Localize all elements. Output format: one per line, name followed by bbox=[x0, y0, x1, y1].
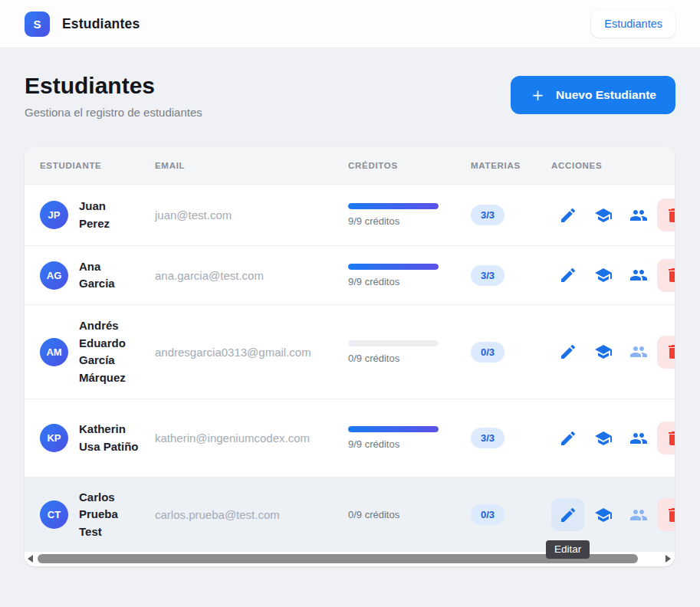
delete-button[interactable] bbox=[657, 336, 675, 369]
avatar: KP bbox=[40, 424, 68, 452]
student-email: katherin@ingeniumcodex.com bbox=[155, 431, 348, 445]
delete-button[interactable] bbox=[657, 422, 675, 454]
group-icon bbox=[629, 506, 648, 524]
edit-icon bbox=[559, 343, 577, 361]
materias-badge: 3/3 bbox=[471, 265, 504, 286]
student-name: Andrés Eduardo García Márquez bbox=[79, 317, 139, 386]
avatar: AM bbox=[40, 338, 68, 366]
actions-cell bbox=[551, 199, 675, 231]
credits-cell: 9/9 créditos bbox=[348, 203, 471, 227]
edit-button[interactable] bbox=[551, 498, 584, 531]
school-icon bbox=[594, 343, 613, 361]
student-email: ana.garcia@test.com bbox=[155, 269, 348, 282]
student-cell: AG Ana Garcia bbox=[25, 258, 155, 293]
table-header-row: Estudiante Email Créditos Materias Accio… bbox=[25, 147, 675, 184]
credits-cell: 0/9 créditos bbox=[348, 509, 471, 520]
avatar-initials: JP bbox=[48, 209, 61, 221]
credits-cell: 0/9 créditos bbox=[348, 340, 471, 364]
student-email: juan@test.com bbox=[155, 208, 348, 221]
credits-label: 0/9 créditos bbox=[348, 353, 471, 364]
groups-button[interactable] bbox=[622, 259, 655, 292]
subjects-button[interactable] bbox=[587, 498, 619, 531]
new-student-button[interactable]: Nuevo Estudiante bbox=[511, 76, 675, 114]
group-icon bbox=[629, 343, 648, 361]
students-table-card: Estudiante Email Créditos Materias Accio… bbox=[25, 147, 675, 566]
student-cell: KP Katherin Usa Patiño bbox=[25, 421, 155, 455]
groups-button-disabled[interactable] bbox=[622, 336, 655, 369]
credits-cell: 9/9 créditos bbox=[348, 426, 471, 450]
groups-button[interactable] bbox=[622, 422, 655, 454]
delete-icon bbox=[665, 266, 675, 284]
materias-cell: 3/3 bbox=[471, 428, 551, 448]
edit-button[interactable] bbox=[551, 422, 584, 454]
school-icon bbox=[594, 206, 613, 225]
credits-label: 9/9 créditos bbox=[348, 438, 471, 450]
delete-button[interactable] bbox=[657, 199, 675, 231]
column-header-materias: Materias bbox=[471, 161, 551, 170]
group-icon bbox=[629, 206, 648, 225]
groups-button[interactable] bbox=[622, 199, 655, 231]
student-name: Ana Garcia bbox=[79, 258, 139, 293]
actions-cell bbox=[551, 498, 675, 531]
app-logo: S bbox=[25, 11, 50, 37]
student-cell: AM Andrés Eduardo García Márquez bbox=[25, 317, 155, 386]
tooltip: Editar bbox=[546, 540, 590, 559]
credits-progress-bar bbox=[348, 340, 439, 346]
school-icon bbox=[594, 429, 613, 448]
credits-label: 9/9 créditos bbox=[348, 215, 471, 227]
delete-icon bbox=[665, 429, 675, 448]
credits-progress-bar bbox=[348, 426, 439, 432]
materias-badge: 0/3 bbox=[471, 504, 504, 525]
materias-cell: 3/3 bbox=[471, 265, 551, 286]
group-icon bbox=[629, 266, 648, 284]
edit-icon bbox=[559, 429, 577, 448]
school-icon bbox=[594, 266, 613, 284]
scrollbar-right-arrow-icon[interactable] bbox=[665, 555, 671, 563]
avatar-initials: KP bbox=[47, 432, 61, 444]
plus-icon bbox=[530, 87, 546, 103]
group-icon bbox=[629, 429, 648, 448]
student-cell: JP Juan Perez bbox=[25, 198, 155, 232]
student-name: Carlos Prueba Test bbox=[79, 489, 139, 541]
credits-label: 9/9 créditos bbox=[348, 276, 471, 287]
avatar-initials: AG bbox=[47, 270, 62, 281]
edit-icon bbox=[559, 206, 577, 225]
nav-estudiantes-button[interactable]: Estudiantes bbox=[591, 10, 675, 38]
edit-button[interactable] bbox=[551, 336, 584, 369]
table-row: KP Katherin Usa Patiño katherin@ingenium… bbox=[25, 399, 675, 477]
page-content: Estudiantes Gestiona el registro de estu… bbox=[0, 73, 700, 566]
student-name: Katherin Usa Patiño bbox=[79, 421, 139, 455]
subjects-button[interactable] bbox=[587, 199, 619, 231]
scrollbar-left-arrow-icon[interactable] bbox=[28, 555, 33, 563]
materias-badge: 3/3 bbox=[471, 205, 504, 225]
student-email: carlos.prueba@test.com bbox=[155, 508, 348, 521]
subjects-button[interactable] bbox=[587, 336, 619, 369]
student-name: Juan Perez bbox=[79, 198, 139, 232]
groups-button-disabled[interactable] bbox=[622, 498, 655, 531]
school-icon bbox=[594, 506, 613, 524]
column-header-estudiante: Estudiante bbox=[25, 161, 155, 170]
avatar-initials: AM bbox=[46, 346, 61, 358]
credits-cell: 9/9 créditos bbox=[348, 264, 471, 287]
edit-button[interactable] bbox=[551, 199, 584, 231]
avatar-initials: CT bbox=[48, 509, 61, 520]
avatar: AG bbox=[40, 261, 68, 290]
delete-icon bbox=[665, 206, 675, 225]
edit-button[interactable] bbox=[551, 259, 584, 292]
materias-badge: 3/3 bbox=[471, 428, 504, 448]
subjects-button[interactable] bbox=[587, 259, 619, 292]
edit-icon bbox=[559, 266, 577, 284]
brand: S Estudiantes bbox=[25, 11, 140, 37]
credits-progress-bar bbox=[348, 264, 439, 270]
materias-cell: 0/3 bbox=[471, 504, 551, 525]
delete-button[interactable] bbox=[657, 259, 675, 292]
edit-icon bbox=[559, 506, 577, 524]
subjects-button[interactable] bbox=[587, 422, 619, 454]
delete-button[interactable] bbox=[657, 498, 675, 531]
actions-cell bbox=[551, 259, 675, 292]
actions-cell bbox=[551, 422, 675, 454]
table-row: AG Ana Garcia ana.garcia@test.com 9/9 cr… bbox=[25, 245, 675, 304]
credits-progress-bar bbox=[348, 203, 439, 209]
avatar: CT bbox=[40, 500, 68, 529]
materias-cell: 3/3 bbox=[471, 205, 551, 225]
